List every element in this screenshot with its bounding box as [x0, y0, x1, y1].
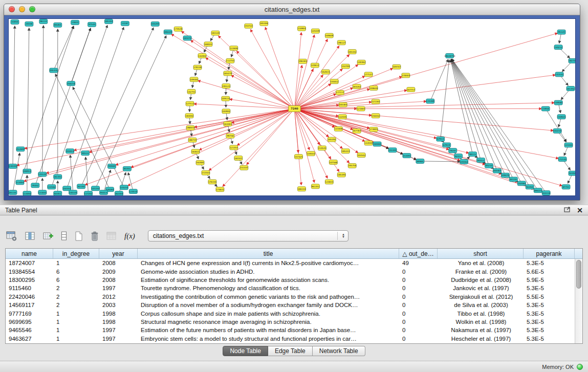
- graph-edge[interactable]: [451, 60, 481, 160]
- graph-node[interactable]: 132084: [517, 181, 526, 186]
- table-cell[interactable]: 1998: [99, 319, 138, 325]
- table-cell[interactable]: Structural magnetic resonance image aver…: [138, 319, 399, 325]
- graph-node[interactable]: 165492: [328, 137, 336, 142]
- graph-node[interactable]: 124815: [325, 180, 333, 184]
- graph-node[interactable]: 185432: [348, 50, 356, 54]
- table-scrollbar[interactable]: [575, 259, 582, 343]
- graph-node[interactable]: 165465: [339, 102, 347, 107]
- graph-edge[interactable]: [171, 34, 295, 109]
- graph-node[interactable]: 185306: [260, 21, 268, 26]
- close-window-button[interactable]: [9, 6, 15, 12]
- graph-node[interactable]: 162881: [196, 160, 204, 165]
- graph-edge[interactable]: [294, 35, 314, 108]
- graph-node[interactable]: 205310: [50, 68, 58, 73]
- graph-node[interactable]: 124510: [129, 189, 137, 194]
- table-cell[interactable]: 1: [53, 311, 99, 317]
- table-cell[interactable]: 1: [53, 327, 99, 333]
- graph-node[interactable]: 19648794: [444, 54, 455, 58]
- graph-node[interactable]: 155013: [66, 149, 74, 154]
- graph-edge[interactable]: [116, 108, 294, 165]
- graph-node[interactable]: 163321: [234, 156, 243, 161]
- graph-node[interactable]: 109110: [222, 96, 230, 101]
- graph-node[interactable]: 164381: [224, 122, 232, 126]
- table-row[interactable]: 946362711997Embryonic stem cells: a mode…: [6, 335, 575, 343]
- graph-node[interactable]: 7240: [289, 106, 301, 112]
- table-cell[interactable]: 5.3E-5: [524, 311, 575, 317]
- create-column-icon[interactable]: [43, 232, 53, 240]
- table-cell[interactable]: Embryonic stem cells: a model to study s…: [138, 336, 399, 342]
- graph-edge[interactable]: [96, 36, 166, 188]
- graph-edge[interactable]: [236, 51, 294, 109]
- graph-node[interactable]: 121163: [372, 99, 380, 104]
- graph-node[interactable]: 177147: [364, 72, 373, 77]
- graph-node[interactable]: 31850: [11, 19, 19, 24]
- table-row[interactable]: 969969511998Structural magnetic resonanc…: [6, 318, 575, 326]
- graph-node[interactable]: 97543: [88, 22, 96, 27]
- table-cell[interactable]: 9463627: [6, 336, 53, 342]
- graph-node[interactable]: 174805: [369, 127, 378, 132]
- table-cell[interactable]: Jankovic et al. (1997): [438, 285, 524, 291]
- graph-edge[interactable]: [294, 89, 369, 108]
- graph-edge[interactable]: [182, 31, 295, 108]
- column-header-out_de[interactable]: △ out_de…: [399, 249, 438, 258]
- graph-node[interactable]: 87731: [562, 185, 570, 189]
- table-cell[interactable]: 0: [399, 336, 438, 342]
- graph-edge[interactable]: [294, 84, 331, 109]
- table-cell[interactable]: 1: [53, 336, 99, 342]
- table-cell[interactable]: 5.3E-5: [524, 327, 575, 333]
- graph-node[interactable]: 104205: [151, 21, 159, 26]
- graph-node[interactable]: 121353: [230, 145, 238, 150]
- graph-node[interactable]: 98115: [469, 152, 477, 157]
- graph-node[interactable]: 196181: [298, 59, 307, 63]
- table-cell[interactable]: Estimation of significance thresholds fo…: [138, 277, 399, 283]
- graph-node[interactable]: 125439: [311, 29, 319, 33]
- table-cell[interactable]: 1: [53, 260, 99, 266]
- graph-node[interactable]: 173528: [174, 27, 182, 31]
- graph-edge[interactable]: [25, 108, 295, 148]
- graph-node[interactable]: 121043: [564, 143, 573, 147]
- graph-node[interactable]: 145120: [38, 172, 47, 177]
- graph-edge[interactable]: [294, 108, 517, 182]
- graph-node[interactable]: 114562: [48, 185, 56, 189]
- zoom-window-button[interactable]: [29, 6, 35, 12]
- table-cell[interactable]: Yano et al. (2008): [438, 260, 524, 266]
- network-graph[interactable]: 7240118904125439169609196127185432148362…: [9, 19, 575, 195]
- graph-node[interactable]: 185493: [337, 172, 345, 177]
- table-cell[interactable]: 5.3E-5: [524, 302, 575, 308]
- graph-node[interactable]: 159580: [554, 100, 562, 105]
- graph-edge[interactable]: [71, 28, 91, 83]
- graph-node[interactable]: 95124: [557, 30, 565, 34]
- table-cell[interactable]: 5.3E-5: [524, 319, 575, 325]
- graph-edge[interactable]: [119, 172, 125, 193]
- graph-node[interactable]: 182450: [115, 191, 123, 195]
- function-builder-icon[interactable]: f(x): [124, 232, 135, 240]
- table-cell[interactable]: de Silva et al. (2003): [438, 302, 524, 308]
- graph-node[interactable]: 154709: [341, 64, 350, 69]
- table-cell[interactable]: Nakamura et al. (1997): [438, 327, 524, 333]
- graph-node[interactable]: 163613: [191, 149, 200, 154]
- graph-node[interactable]: 172544: [202, 170, 210, 175]
- graph-node[interactable]: 107568: [329, 160, 337, 165]
- graph-edge[interactable]: [209, 108, 294, 170]
- tab-network-table[interactable]: Network Table: [313, 346, 365, 356]
- graph-node[interactable]: 156342: [372, 114, 380, 118]
- graph-node[interactable]: 79352: [31, 183, 39, 188]
- graph-node[interactable]: 99758: [226, 134, 234, 138]
- graph-node[interactable]: 109747: [393, 64, 401, 69]
- table-cell[interactable]: 6: [53, 277, 99, 283]
- graph-node[interactable]: 109481: [190, 77, 198, 82]
- table-cell[interactable]: Investigating the contribution of common…: [138, 294, 399, 300]
- table-cell[interactable]: 1997: [99, 285, 138, 291]
- graph-node[interactable]: 162615: [321, 70, 330, 74]
- graph-node[interactable]: 121665: [357, 106, 365, 111]
- graph-node[interactable]: 95013: [100, 190, 108, 195]
- tab-node-table[interactable]: Node Table: [223, 346, 268, 356]
- table-cell[interactable]: 0: [399, 327, 438, 333]
- table-select-dropdown[interactable]: citations_edges.txt ▲▼: [148, 230, 349, 242]
- graph-edge[interactable]: [128, 108, 295, 185]
- table-cell[interactable]: 2: [53, 294, 99, 300]
- table-cell[interactable]: 5.9E-5: [524, 277, 575, 283]
- column-header-title[interactable]: title: [138, 249, 399, 258]
- table-cell[interactable]: 0: [399, 319, 438, 325]
- graph-node[interactable]: 108648: [369, 86, 378, 91]
